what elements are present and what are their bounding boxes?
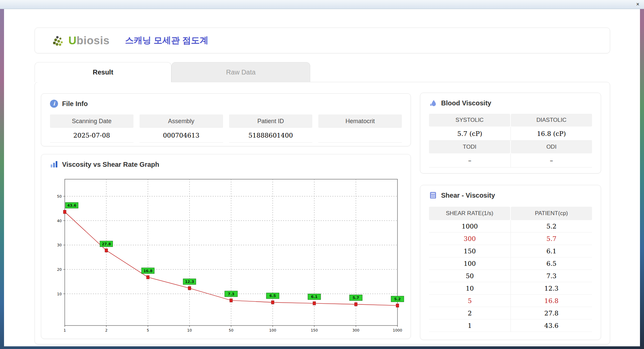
field-label: Assembly <box>140 114 223 128</box>
svg-text:5.7: 5.7 <box>353 296 359 300</box>
shear-rate-cell: 5 <box>429 295 511 307</box>
field-value: 51888601400 <box>229 128 313 143</box>
column-header-patient: PATIENT(cp) <box>511 207 592 220</box>
blood-viscosity-card: Blood Viscosity SYSTOLICDIASTOLIC5.7 (cP… <box>420 93 601 173</box>
file-info-fields: Scanning Date2025-07-08Assembly000704613… <box>50 114 402 143</box>
logo-letter-u: U <box>68 34 76 47</box>
svg-text:300: 300 <box>353 328 360 333</box>
svg-text:50: 50 <box>229 328 233 333</box>
metric-value: – <box>429 153 511 167</box>
calculator-grid-icon <box>429 191 437 199</box>
patient-value-cell: 12.3 <box>511 282 592 294</box>
info-icon: i <box>50 100 58 108</box>
app-header: Ubiosis 스캐닝 모세관 점도계 <box>35 28 610 53</box>
svg-text:2: 2 <box>105 328 108 333</box>
field-value: 000704613 <box>140 128 223 143</box>
shear-rate-cell: 2 <box>429 307 511 319</box>
file-info-field: Assembly000704613 <box>140 114 223 143</box>
svg-text:10: 10 <box>57 292 62 296</box>
table-row: 1012.3 <box>429 282 592 295</box>
metric-value: 16.8 (cP) <box>511 127 592 141</box>
droplets-icon <box>429 99 437 107</box>
metric-label: DIASTOLIC <box>511 114 592 127</box>
tab-raw-data[interactable]: Raw Data <box>171 62 310 82</box>
shear-rate-cell: 100 <box>429 257 511 269</box>
leaf-dots-icon <box>52 35 66 46</box>
table-row: 507.3 <box>429 270 592 282</box>
viscosity-chart: 10203040501251050100150300100043.627.816… <box>50 174 406 335</box>
viscosity-graph-card: Viscosity vs Shear Rate Graph 1020304050… <box>41 154 411 339</box>
bar-chart-icon <box>50 160 58 168</box>
metric-label: TODI <box>429 141 510 153</box>
patient-value-cell: 43.6 <box>511 319 592 332</box>
file-info-field: Hematocrit <box>318 114 402 143</box>
table-row: 227.8 <box>429 307 592 319</box>
field-label: Hematocrit <box>318 114 402 128</box>
shear-rate-cell: 150 <box>429 245 511 257</box>
svg-text:5.2: 5.2 <box>394 297 401 301</box>
svg-text:20: 20 <box>57 267 62 272</box>
svg-text:1: 1 <box>64 328 66 333</box>
svg-text:6.1: 6.1 <box>311 295 318 299</box>
shear-viscosity-header: Shear - Viscosity <box>429 191 495 199</box>
metric-value: – <box>511 153 592 167</box>
svg-text:50: 50 <box>57 194 62 199</box>
file-info-card: i File Info Scanning Date2025-07-08Assem… <box>41 93 411 146</box>
logo-text: Ubiosis <box>68 34 110 47</box>
tab-result[interactable]: Result <box>35 62 171 82</box>
table-row: 10005.2 <box>429 220 592 233</box>
close-icon[interactable]: × <box>636 1 639 8</box>
metric-label: ODI <box>511 141 592 153</box>
patient-value-cell: 5.2 <box>511 220 592 232</box>
svg-text:1000: 1000 <box>393 328 402 333</box>
svg-text:7.3: 7.3 <box>228 292 234 296</box>
ubiosis-logo: Ubiosis <box>52 34 110 47</box>
svg-text:6.5: 6.5 <box>269 294 276 298</box>
shear-rate-cell: 50 <box>429 270 511 282</box>
shear-viscosity-table: SHEAR RATE(1/s) PATIENT(cp) 10005.23005.… <box>429 207 592 332</box>
graph-header: Viscosity vs Shear Rate Graph <box>50 160 159 168</box>
patient-value-cell: 5.7 <box>511 233 592 245</box>
svg-text:16.8: 16.8 <box>143 269 152 273</box>
column-header-shear-rate: SHEAR RATE(1/s) <box>429 207 510 220</box>
graph-title: Viscosity vs Shear Rate Graph <box>62 161 159 168</box>
metric-label: SYSTOLIC <box>429 114 510 127</box>
app-title: 스캐닝 모세관 점도계 <box>125 35 208 46</box>
shear-viscosity-card: Shear - Viscosity SHEAR RATE(1/s) PATIEN… <box>420 185 601 340</box>
field-label: Patient ID <box>229 114 313 128</box>
tabs: ResultRaw Data <box>35 62 310 82</box>
field-label: Scanning Date <box>50 114 133 128</box>
shear-rate-cell: 10 <box>429 282 511 294</box>
patient-value-cell: 7.3 <box>511 270 592 282</box>
table-row: 1506.1 <box>429 245 592 257</box>
svg-text:30: 30 <box>57 243 62 247</box>
svg-text:10: 10 <box>187 328 192 333</box>
shear-rate-cell: 1000 <box>429 220 511 232</box>
shear-viscosity-title: Shear - Viscosity <box>441 192 495 199</box>
table-header-row: SHEAR RATE(1/s) PATIENT(cp) <box>429 207 592 220</box>
patient-value-cell: 16.8 <box>511 295 592 307</box>
svg-text:40: 40 <box>57 219 62 223</box>
patient-value-cell: 6.5 <box>511 257 592 269</box>
file-info-title: File Info <box>62 100 88 108</box>
svg-text:5: 5 <box>147 328 149 333</box>
svg-text:100: 100 <box>269 328 276 333</box>
file-info-field: Patient ID51888601400 <box>229 114 313 143</box>
table-row: 143.6 <box>429 319 592 332</box>
blood-viscosity-title: Blood Viscosity <box>441 99 491 107</box>
table-row: 3005.7 <box>429 233 592 245</box>
app-window: Ubiosis 스캐닝 모세관 점도계 ResultRaw Data i Fil… <box>4 9 640 346</box>
field-value: 2025-07-08 <box>50 128 133 143</box>
blood-viscosity-header: Blood Viscosity <box>429 99 491 107</box>
field-value <box>318 128 402 143</box>
metric-value: 5.7 (cP) <box>429 127 511 141</box>
svg-text:150: 150 <box>311 328 318 333</box>
shear-rate-cell: 300 <box>429 233 511 245</box>
shear-rate-cell: 1 <box>429 319 511 332</box>
svg-text:12.3: 12.3 <box>185 280 194 284</box>
table-body: 10005.23005.71506.11006.5507.31012.3516.… <box>429 220 592 332</box>
file-info-header: i File Info <box>50 100 88 108</box>
patient-value-cell: 27.8 <box>511 307 592 319</box>
file-info-field: Scanning Date2025-07-08 <box>50 114 133 143</box>
table-row: 1006.5 <box>429 257 592 270</box>
